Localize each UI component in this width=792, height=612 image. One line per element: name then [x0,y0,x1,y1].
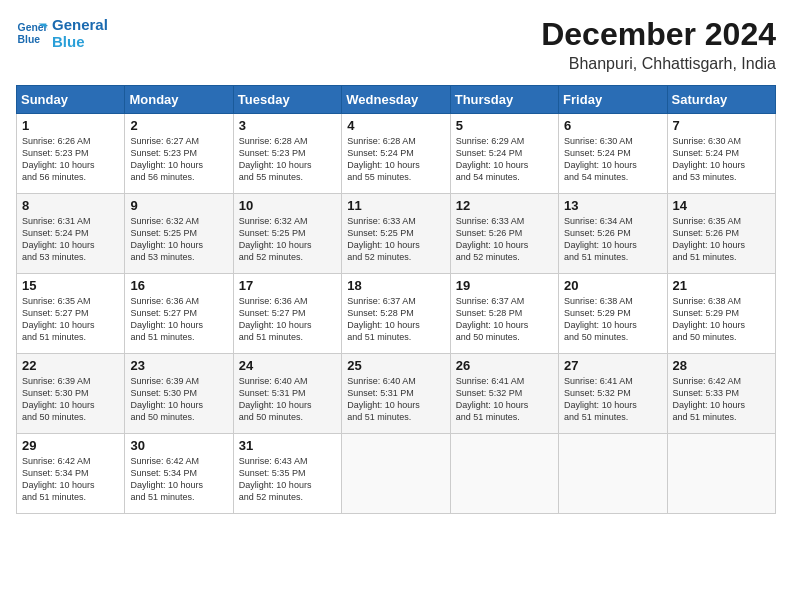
table-row: 8 Sunrise: 6:31 AM Sunset: 5:24 PM Dayli… [17,194,125,274]
day-number: 27 [564,358,661,373]
day-info: Sunrise: 6:30 AM Sunset: 5:24 PM Dayligh… [673,135,770,184]
table-row: 24 Sunrise: 6:40 AM Sunset: 5:31 PM Dayl… [233,354,341,434]
location-title: Bhanpuri, Chhattisgarh, India [541,55,776,73]
day-number: 14 [673,198,770,213]
day-number: 31 [239,438,336,453]
day-number: 21 [673,278,770,293]
day-info: Sunrise: 6:28 AM Sunset: 5:23 PM Dayligh… [239,135,336,184]
day-number: 17 [239,278,336,293]
table-row [450,434,558,514]
table-row: 15 Sunrise: 6:35 AM Sunset: 5:27 PM Dayl… [17,274,125,354]
calendar-week-row: 29 Sunrise: 6:42 AM Sunset: 5:34 PM Dayl… [17,434,776,514]
day-info: Sunrise: 6:40 AM Sunset: 5:31 PM Dayligh… [239,375,336,424]
day-info: Sunrise: 6:28 AM Sunset: 5:24 PM Dayligh… [347,135,444,184]
day-info: Sunrise: 6:33 AM Sunset: 5:25 PM Dayligh… [347,215,444,264]
table-row: 26 Sunrise: 6:41 AM Sunset: 5:32 PM Dayl… [450,354,558,434]
table-row: 18 Sunrise: 6:37 AM Sunset: 5:28 PM Dayl… [342,274,450,354]
day-number: 6 [564,118,661,133]
table-row: 23 Sunrise: 6:39 AM Sunset: 5:30 PM Dayl… [125,354,233,434]
day-info: Sunrise: 6:33 AM Sunset: 5:26 PM Dayligh… [456,215,553,264]
day-number: 10 [239,198,336,213]
table-row: 6 Sunrise: 6:30 AM Sunset: 5:24 PM Dayli… [559,114,667,194]
table-row: 3 Sunrise: 6:28 AM Sunset: 5:23 PM Dayli… [233,114,341,194]
day-number: 24 [239,358,336,373]
day-info: Sunrise: 6:38 AM Sunset: 5:29 PM Dayligh… [673,295,770,344]
day-info: Sunrise: 6:39 AM Sunset: 5:30 PM Dayligh… [22,375,119,424]
day-info: Sunrise: 6:29 AM Sunset: 5:24 PM Dayligh… [456,135,553,184]
header-saturday: Saturday [667,86,775,114]
day-number: 15 [22,278,119,293]
day-info: Sunrise: 6:31 AM Sunset: 5:24 PM Dayligh… [22,215,119,264]
day-info: Sunrise: 6:32 AM Sunset: 5:25 PM Dayligh… [130,215,227,264]
day-info: Sunrise: 6:40 AM Sunset: 5:31 PM Dayligh… [347,375,444,424]
table-row: 7 Sunrise: 6:30 AM Sunset: 5:24 PM Dayli… [667,114,775,194]
day-info: Sunrise: 6:32 AM Sunset: 5:25 PM Dayligh… [239,215,336,264]
table-row: 19 Sunrise: 6:37 AM Sunset: 5:28 PM Dayl… [450,274,558,354]
month-title: December 2024 [541,16,776,53]
header-thursday: Thursday [450,86,558,114]
calendar-week-row: 15 Sunrise: 6:35 AM Sunset: 5:27 PM Dayl… [17,274,776,354]
table-row: 25 Sunrise: 6:40 AM Sunset: 5:31 PM Dayl… [342,354,450,434]
table-row: 11 Sunrise: 6:33 AM Sunset: 5:25 PM Dayl… [342,194,450,274]
day-number: 13 [564,198,661,213]
title-section: December 2024 Bhanpuri, Chhattisgarh, In… [541,16,776,73]
table-row: 20 Sunrise: 6:38 AM Sunset: 5:29 PM Dayl… [559,274,667,354]
table-row: 1 Sunrise: 6:26 AM Sunset: 5:23 PM Dayli… [17,114,125,194]
day-number: 11 [347,198,444,213]
table-row: 16 Sunrise: 6:36 AM Sunset: 5:27 PM Dayl… [125,274,233,354]
header-friday: Friday [559,86,667,114]
day-info: Sunrise: 6:43 AM Sunset: 5:35 PM Dayligh… [239,455,336,504]
header-wednesday: Wednesday [342,86,450,114]
table-row: 29 Sunrise: 6:42 AM Sunset: 5:34 PM Dayl… [17,434,125,514]
day-info: Sunrise: 6:30 AM Sunset: 5:24 PM Dayligh… [564,135,661,184]
day-number: 28 [673,358,770,373]
header-sunday: Sunday [17,86,125,114]
day-info: Sunrise: 6:37 AM Sunset: 5:28 PM Dayligh… [347,295,444,344]
calendar-week-row: 1 Sunrise: 6:26 AM Sunset: 5:23 PM Dayli… [17,114,776,194]
day-number: 9 [130,198,227,213]
table-row [667,434,775,514]
day-number: 16 [130,278,227,293]
table-row: 5 Sunrise: 6:29 AM Sunset: 5:24 PM Dayli… [450,114,558,194]
table-row: 10 Sunrise: 6:32 AM Sunset: 5:25 PM Dayl… [233,194,341,274]
day-number: 22 [22,358,119,373]
table-row [559,434,667,514]
logo-line1: General [52,16,108,33]
day-number: 18 [347,278,444,293]
day-number: 19 [456,278,553,293]
day-number: 8 [22,198,119,213]
table-row: 27 Sunrise: 6:41 AM Sunset: 5:32 PM Dayl… [559,354,667,434]
day-number: 30 [130,438,227,453]
table-row: 2 Sunrise: 6:27 AM Sunset: 5:23 PM Dayli… [125,114,233,194]
svg-text:Blue: Blue [18,34,41,45]
day-info: Sunrise: 6:35 AM Sunset: 5:26 PM Dayligh… [673,215,770,264]
calendar-week-row: 22 Sunrise: 6:39 AM Sunset: 5:30 PM Dayl… [17,354,776,434]
day-info: Sunrise: 6:42 AM Sunset: 5:33 PM Dayligh… [673,375,770,424]
logo-line2: Blue [52,33,108,50]
table-row: 31 Sunrise: 6:43 AM Sunset: 5:35 PM Dayl… [233,434,341,514]
day-number: 23 [130,358,227,373]
table-row: 22 Sunrise: 6:39 AM Sunset: 5:30 PM Dayl… [17,354,125,434]
day-number: 4 [347,118,444,133]
day-number: 2 [130,118,227,133]
day-info: Sunrise: 6:36 AM Sunset: 5:27 PM Dayligh… [239,295,336,344]
day-number: 29 [22,438,119,453]
table-row: 30 Sunrise: 6:42 AM Sunset: 5:34 PM Dayl… [125,434,233,514]
day-number: 7 [673,118,770,133]
table-row: 13 Sunrise: 6:34 AM Sunset: 5:26 PM Dayl… [559,194,667,274]
header-monday: Monday [125,86,233,114]
logo-icon: General Blue [16,17,48,49]
day-info: Sunrise: 6:36 AM Sunset: 5:27 PM Dayligh… [130,295,227,344]
day-info: Sunrise: 6:38 AM Sunset: 5:29 PM Dayligh… [564,295,661,344]
day-info: Sunrise: 6:41 AM Sunset: 5:32 PM Dayligh… [456,375,553,424]
logo: General Blue General Blue [16,16,108,50]
table-row: 9 Sunrise: 6:32 AM Sunset: 5:25 PM Dayli… [125,194,233,274]
day-info: Sunrise: 6:35 AM Sunset: 5:27 PM Dayligh… [22,295,119,344]
table-row: 12 Sunrise: 6:33 AM Sunset: 5:26 PM Dayl… [450,194,558,274]
day-number: 25 [347,358,444,373]
day-info: Sunrise: 6:34 AM Sunset: 5:26 PM Dayligh… [564,215,661,264]
day-number: 3 [239,118,336,133]
day-number: 26 [456,358,553,373]
table-row: 4 Sunrise: 6:28 AM Sunset: 5:24 PM Dayli… [342,114,450,194]
day-number: 1 [22,118,119,133]
